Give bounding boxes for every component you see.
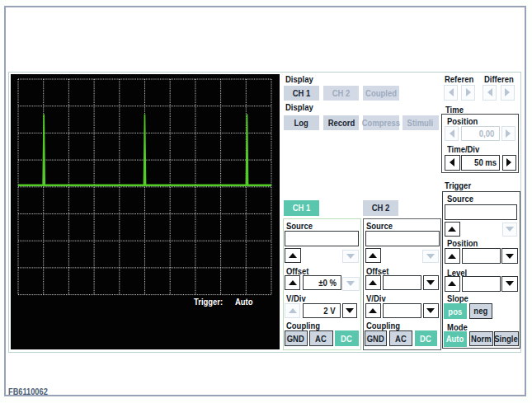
svg-text:Auto: Auto bbox=[235, 297, 253, 307]
svg-text:Trigger:: Trigger: bbox=[194, 297, 223, 307]
